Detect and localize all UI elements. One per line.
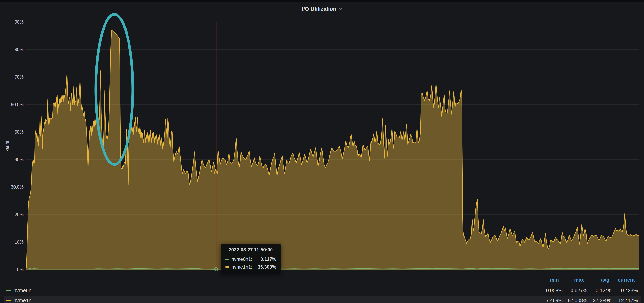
legend-stat-value: 0.627%: [570, 286, 587, 295]
legend-series-name[interactable]: nvme0n1: [13, 288, 34, 294]
y-tick-label: 0%: [17, 267, 24, 272]
legend-stat-value: 12.417%: [618, 296, 638, 303]
y-tick-label: 60.0%: [11, 102, 24, 107]
legend-stats-header: minmaxavgcurrent: [4, 276, 641, 284]
legend-stat-header-max[interactable]: max: [574, 276, 584, 284]
y-axis-title: %util: [5, 134, 10, 158]
tooltip-timestamp: 2022-08-27 11:50:00: [225, 247, 276, 252]
y-tick-label: 80%: [14, 47, 24, 52]
legend-series-name[interactable]: nvme1n1: [13, 298, 34, 303]
chart-canvas[interactable]: 0%10%20%30.0%40%50%60.0%70%80%90%: [0, 0, 644, 303]
legend-stat-value: 0.423%: [621, 286, 638, 295]
legend-stat-header-current[interactable]: current: [618, 276, 635, 284]
tooltip-row: nvme1n1:35.309%: [225, 263, 276, 271]
tooltip-series-name: nvme1n1:: [232, 264, 252, 270]
tooltip-row: nvme0n1:0.117%: [225, 255, 276, 263]
legend-color-swatch-icon[interactable]: [6, 290, 11, 292]
legend-stat-value: 0.058%: [546, 286, 563, 295]
y-tick-label: 70%: [14, 74, 24, 80]
series-color-swatch-icon: [225, 258, 230, 260]
legend-stat-value: 37.389%: [593, 296, 612, 303]
y-tick-label: 50%: [14, 130, 24, 134]
panel: I/O Utilization 0%10%20%30.0%40%50%60.0%…: [0, 2, 644, 303]
legend-stat-value: 0.124%: [596, 286, 612, 295]
legend-row-nvme1n1[interactable]: nvme1n17.469%87.008%37.389%12.417%: [4, 296, 641, 303]
legend-stat-value: 7.469%: [546, 296, 563, 303]
legend-stat-header-avg[interactable]: avg: [601, 276, 610, 284]
tooltip-series-value: 0.117%: [260, 256, 276, 262]
tooltip: 2022-08-27 11:50:00 nvme0n1:0.117%nvme1n…: [221, 244, 281, 274]
y-tick-label: 20%: [14, 212, 24, 217]
tooltip-series-value: 35.309%: [258, 264, 276, 270]
series-color-swatch-icon: [225, 266, 230, 268]
legend-color-swatch-icon[interactable]: [6, 300, 11, 302]
y-tick-label: 90%: [14, 20, 24, 24]
legend-stat-header-min[interactable]: min: [550, 276, 559, 284]
tooltip-series-name: nvme0n1:: [232, 256, 252, 262]
y-tick-label: 30.0%: [11, 184, 24, 190]
y-tick-label: 40%: [14, 157, 24, 162]
tooltip-series-rows: nvme0n1:0.117%nvme1n1:35.309%: [225, 255, 276, 271]
legend-row-nvme0n1[interactable]: nvme0n10.058%0.627%0.124%0.423%: [4, 286, 641, 295]
y-tick-label: 10%: [14, 240, 24, 245]
legend-stat-value: 87.008%: [568, 296, 587, 303]
